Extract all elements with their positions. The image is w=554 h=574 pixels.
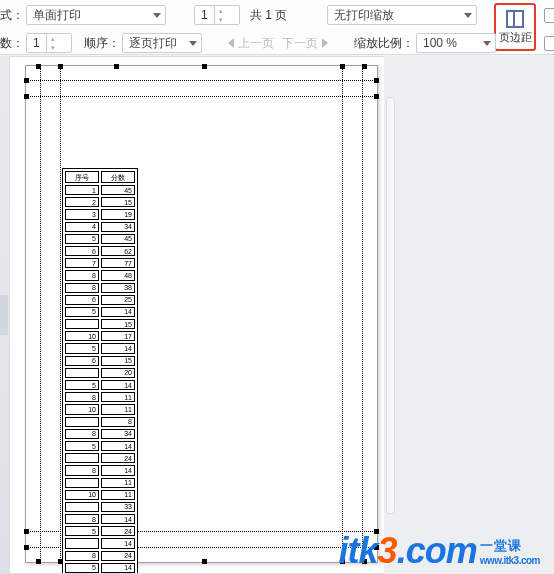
table-cell [65, 478, 99, 488]
watermark-domain: itk3.com [339, 530, 477, 572]
spinner-buttons[interactable]: ▲▼ [214, 6, 227, 24]
table-cell: 77 [101, 258, 135, 268]
table-cell: 14 [101, 343, 135, 353]
header-guide[interactable] [26, 80, 377, 81]
table-cell: 11 [101, 392, 135, 402]
table-row: 8 [65, 417, 135, 427]
table-cell: 14 [101, 563, 135, 573]
table-row: 824 [65, 551, 135, 561]
table-row: 615 [65, 356, 135, 366]
right-aux-guide[interactable] [362, 66, 363, 562]
table-row: 514 [65, 343, 135, 353]
table-cell: 3 [65, 209, 99, 219]
table-cell: 4 [65, 222, 99, 232]
column-handle[interactable] [202, 559, 207, 564]
preview-canvas[interactable]: 序号分数 14521531943454566277784883862551415… [9, 56, 394, 574]
table-cell: 2 [65, 197, 99, 207]
preview-table: 序号分数 14521531943454566277784883862551415… [62, 168, 138, 574]
table-cell: 5 [65, 343, 99, 353]
zoom-value: 100 % [423, 36, 457, 50]
print-preview-area: 序号分数 14521531943454566277784883862551415… [0, 56, 554, 574]
zoom-combo[interactable]: 100 % [416, 33, 496, 53]
table-cell: 8 [65, 270, 99, 280]
print-order-combo[interactable]: 逐页打印 [122, 33, 202, 53]
table-cell: 10 [65, 490, 99, 500]
left-margin-guide[interactable] [60, 66, 61, 562]
prev-page-button[interactable]: 上一页 [228, 35, 274, 52]
table-cell [65, 417, 99, 427]
table-cell [65, 502, 99, 512]
page-number-value: 1 [201, 8, 208, 22]
table-cell: 11 [101, 490, 135, 500]
table-cell: 6 [65, 246, 99, 256]
table-row: 514 [65, 441, 135, 451]
table-row: 20 [65, 368, 135, 378]
next-page-button[interactable]: 下一页 [282, 35, 328, 52]
print-mode-combo[interactable]: 单面打印 [26, 5, 166, 25]
chevron-right-icon [322, 38, 328, 48]
preview-page: 序号分数 14521531943454566277784883862551415… [25, 65, 378, 563]
table-row: 838 [65, 283, 135, 293]
table-row: 662 [65, 246, 135, 256]
table-row: 814 [65, 514, 135, 524]
copies-label: 数： [0, 35, 24, 52]
table-cell: 5 [65, 380, 99, 390]
table-cell: 10 [65, 404, 99, 414]
chevron-down-icon [153, 13, 161, 18]
scrollbar-thumb[interactable] [386, 97, 395, 513]
page-number-spinner[interactable]: 1 ▲▼ [194, 5, 240, 25]
table-cell: 15 [101, 319, 135, 329]
print-preview-toolbar: 式： 单面打印 1 ▲▼ 共 1 页 无打印缩放 页边距 数： 1 ▲▼ [0, 0, 554, 55]
table-cell: 5 [65, 234, 99, 244]
copies-spinner[interactable]: 1 ▲▼ [26, 33, 72, 53]
header-checkbox[interactable] [544, 8, 554, 23]
table-cell [65, 538, 99, 548]
spinner-buttons[interactable]: ▲▼ [46, 34, 59, 52]
table-cell: 1 [65, 185, 99, 195]
table-cell: 5 [65, 563, 99, 573]
vertical-scrollbar[interactable] [384, 56, 397, 574]
table-row: 1017 [65, 331, 135, 341]
table-row: 15 [65, 319, 135, 329]
total-pages-label: 共 1 页 [250, 7, 287, 24]
table-cell: 34 [101, 429, 135, 439]
table-cell: 15 [101, 356, 135, 366]
watermark: itk3.com 一堂课 www.itk3.com [339, 530, 540, 572]
table-row: 145 [65, 185, 135, 195]
column-handle[interactable] [114, 64, 119, 69]
table-cell: 11 [101, 478, 135, 488]
table-cell: 6 [65, 295, 99, 305]
table-header: 序号 [65, 171, 99, 183]
table-cell: 11 [101, 404, 135, 414]
table-cell: 15 [101, 197, 135, 207]
table-cell: 8 [65, 429, 99, 439]
top-margin-guide[interactable] [26, 96, 377, 97]
left-aux-guide[interactable] [40, 66, 41, 562]
table-cell: 5 [65, 526, 99, 536]
table-cell: 8 [65, 283, 99, 293]
toolbar-row-2: 数： 1 ▲▼ 顺序： 逐页打印 上一页 下一页 缩放比例： 100 % [0, 30, 554, 56]
column-handle[interactable] [202, 64, 207, 69]
zoom-label: 缩放比例： [354, 35, 414, 52]
print-scaling-value: 无打印缩放 [334, 7, 394, 24]
collapse-handle-icon [0, 295, 8, 335]
table-row: 777 [65, 258, 135, 268]
table-row: 11 [65, 478, 135, 488]
table-cell: 24 [101, 551, 135, 561]
table-cell: 62 [101, 246, 135, 256]
table-cell: 24 [101, 526, 135, 536]
table-cell: 34 [101, 222, 135, 232]
table-cell: 5 [65, 307, 99, 317]
table-cell: 48 [101, 270, 135, 280]
right-margin-guide[interactable] [342, 66, 343, 562]
watermark-cn: 一堂课 [480, 537, 540, 555]
table-cell: 14 [101, 465, 135, 475]
table-cell: 14 [101, 307, 135, 317]
table-cell: 14 [101, 538, 135, 548]
table-cell: 8 [65, 465, 99, 475]
print-scaling-combo[interactable]: 无打印缩放 [327, 5, 477, 25]
table-cell: 45 [101, 185, 135, 195]
ruler-checkbox[interactable] [544, 36, 554, 51]
page-margins-icon [506, 10, 524, 28]
table-cell: 8 [65, 514, 99, 524]
